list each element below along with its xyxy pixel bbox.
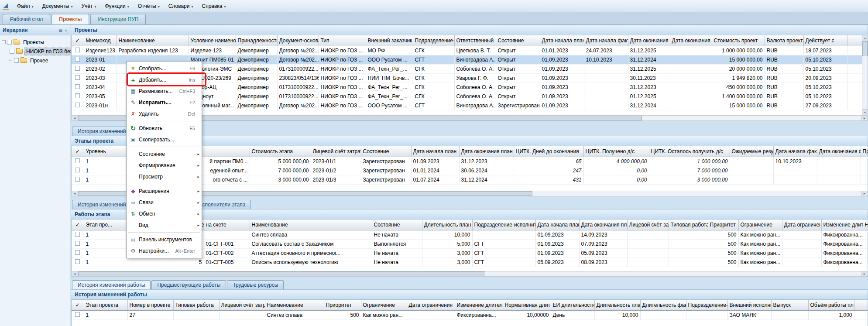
column-header[interactable]: ЦИТК. Осталось получить д/с	[649, 146, 730, 157]
column-header[interactable]: Подразделение-исполнитель	[472, 220, 535, 230]
expander-icon[interactable]: −	[2, 40, 6, 44]
column-header[interactable]: Этап проекта	[84, 300, 127, 310]
column-header[interactable]: Стоимость этапа	[250, 146, 311, 157]
column-header[interactable]: Дата ограничения	[407, 300, 455, 310]
row-checkbox[interactable]	[75, 93, 80, 98]
column-header[interactable]: Дата окончания ф	[817, 146, 861, 157]
column-header[interactable]: Дата окончания план	[579, 220, 627, 230]
select-all-header[interactable]: ✓	[72, 300, 84, 310]
scroll-right-icon[interactable]: ►	[861, 271, 868, 276]
column-header[interactable]: Длительность фак	[640, 300, 686, 310]
context-menu-item-19[interactable]: ▤Панель инструментов	[127, 234, 201, 245]
column-header[interactable]: Дата начала план	[540, 35, 584, 46]
column-header[interactable]: Тип	[319, 35, 366, 46]
column-header[interactable]: Наименование	[117, 35, 189, 46]
scroll-left-icon[interactable]: ◄	[72, 116, 78, 120]
row-checkbox[interactable]	[75, 66, 80, 71]
column-header[interactable]: Наименование	[265, 300, 324, 310]
works-h-scrollbar[interactable]: ◄ ►	[71, 271, 868, 277]
checkbox[interactable]	[14, 58, 19, 63]
column-header[interactable]: Подразделение-от	[413, 35, 454, 46]
column-header[interactable]: Дата начала план	[535, 220, 579, 230]
column-header[interactable]: Ответственный	[454, 35, 496, 46]
table-row[interactable]: Изделие123Разработка изделия 123Изделие-…	[72, 46, 868, 55]
context-menu-item-4[interactable]: ✎Исправить...F2	[127, 97, 201, 108]
column-header[interactable]: Лицевой счёт затр	[627, 220, 669, 230]
checkbox[interactable]	[7, 40, 12, 45]
context-menu-item-12[interactable]: Просмотр▸	[127, 171, 201, 182]
column-header[interactable]: Типовая работа	[173, 300, 219, 310]
menubar-item-7[interactable]: Справка▾	[197, 1, 230, 11]
context-menu-item-7[interactable]: ↻ОбновитьF5	[127, 123, 201, 134]
column-header[interactable]: Лицевой счёт затр	[219, 300, 265, 310]
row-checkbox[interactable]	[75, 48, 80, 52]
column-header[interactable]: Действует с	[803, 35, 847, 46]
column-header[interactable]: Лицевой счёт затрат	[311, 146, 361, 157]
row-checkbox[interactable]	[75, 177, 80, 182]
row-checkbox[interactable]	[75, 168, 80, 172]
column-header[interactable]: Ограничение	[361, 300, 407, 310]
row-checkbox[interactable]	[75, 84, 80, 89]
menubar-item-1[interactable]: Файл▾	[13, 1, 38, 11]
menubar-item-2[interactable]: Документы▾	[38, 1, 77, 11]
menubar-item-5[interactable]: Отчёты▾	[134, 1, 164, 11]
menubar-item-6[interactable]: Словари▾	[164, 1, 198, 11]
row-checkbox[interactable]	[75, 232, 80, 237]
scrollbar-thumb[interactable]	[78, 271, 485, 276]
column-header[interactable]: Изменение длител	[821, 220, 863, 230]
column-header[interactable]: Подразделение-ис	[686, 300, 727, 310]
column-header[interactable]: Дата окончания ф	[670, 35, 712, 46]
work-history-tab-1[interactable]: История изменений работы	[72, 280, 151, 289]
context-menu-item-11[interactable]: Формирование▸	[127, 160, 201, 171]
table-row[interactable]: 127Синтез сплава500Как можно ран...Фикси…	[72, 310, 868, 319]
checkbox[interactable]	[10, 49, 14, 54]
context-menu-item-8[interactable]: ▣Скопировать...	[127, 134, 201, 145]
menubar-item-3[interactable]: Учёт▾	[77, 1, 100, 11]
column-header[interactable]: Уровень	[84, 146, 127, 157]
column-header[interactable]: Внешний исполни	[727, 300, 771, 310]
column-header[interactable]: Условное наименование	[189, 35, 236, 46]
row-checkbox[interactable]	[75, 103, 80, 107]
column-header[interactable]: Валюта проекта	[765, 35, 803, 46]
column-header[interactable]: Принадлежность	[236, 35, 277, 46]
panel-collapse-icon[interactable]: «	[65, 28, 67, 33]
column-header[interactable]: Мнемокод	[84, 35, 117, 46]
select-all-header[interactable]: ✓	[72, 146, 84, 157]
work-history-tab-3[interactable]: Трудовые ресурсы	[227, 280, 284, 289]
column-header[interactable]: Примечание	[861, 146, 868, 157]
context-menu-item-20[interactable]: ⚙Настройки...Alt+Enter	[127, 245, 201, 257]
scroll-left-icon[interactable]: ◄	[72, 271, 78, 276]
row-checkbox[interactable]	[75, 57, 80, 62]
row-checkbox[interactable]	[75, 312, 80, 317]
column-header[interactable]: Состояние	[496, 35, 540, 46]
column-header[interactable]: Нормативная длит	[503, 300, 551, 310]
column-header[interactable]: Состояние	[372, 220, 422, 230]
context-menu-item-5[interactable]: ✗УдалитьDel	[127, 108, 201, 120]
window-tab-3[interactable]: Инструкции ПУП	[90, 14, 146, 24]
select-all-header[interactable]: ✓	[72, 220, 84, 230]
window-tab-1[interactable]: Рабочий стол	[3, 14, 50, 24]
work-history-tab-2[interactable]: Предшествующие работы	[151, 280, 226, 289]
column-header[interactable]: Ожидаемые резул	[730, 146, 773, 157]
projects-v-scrollbar[interactable]: ▲ ▼	[862, 35, 868, 115]
menubar-item-4[interactable]: Функции▾	[100, 1, 133, 11]
column-header[interactable]: Выпуск	[771, 300, 808, 310]
row-checkbox[interactable]	[75, 158, 80, 163]
column-header[interactable]: ЦИТК. Дней до окончания	[514, 146, 583, 157]
column-header[interactable]: Дата начала факт	[584, 35, 628, 46]
column-header[interactable]: Длительность план▼	[422, 220, 472, 230]
scrollbar-thumb[interactable]	[862, 41, 868, 56]
row-checkbox[interactable]	[75, 259, 80, 264]
context-menu-item-17[interactable]: Вид▸	[127, 220, 201, 231]
column-header[interactable]: Длительность пла	[594, 300, 640, 310]
scroll-right-icon[interactable]: ►	[861, 116, 868, 120]
column-header[interactable]: Дата окончания пл	[628, 35, 670, 46]
column-header[interactable]: Дата ограничения	[782, 220, 821, 230]
context-menu-item-2[interactable]: +Добавить...Ins	[127, 74, 201, 86]
column-header[interactable]: Приоритет	[324, 300, 361, 310]
scroll-up-icon[interactable]: ▲	[862, 35, 868, 41]
column-header[interactable]: Номер в проекте	[127, 300, 173, 310]
column-header[interactable]: ЦИТК. Получено д/с	[583, 146, 649, 157]
row-checkbox[interactable]	[75, 241, 80, 246]
column-header[interactable]: Дата окончания план	[459, 146, 514, 157]
